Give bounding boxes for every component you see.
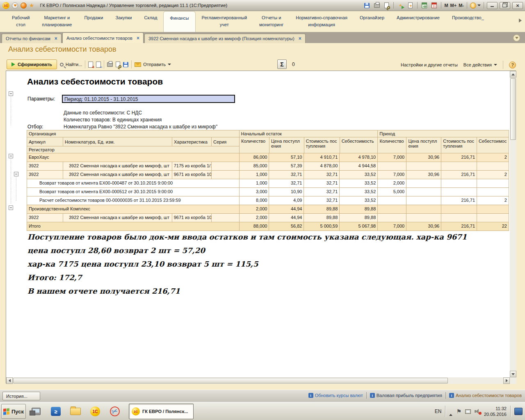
language-indicator[interactable]: EN [435, 409, 442, 414]
close-tab-icon[interactable]: × [55, 36, 57, 41]
section-tab[interactable]: Маркетинг и планирование [36, 11, 78, 32]
status-link[interactable]: iВаловая прибыль предприятия [370, 393, 442, 398]
section-tab[interactable]: Продажи [78, 11, 109, 32]
scroll-down-button[interactable] [510, 371, 516, 377]
section-tab[interactable]: Финансы [163, 11, 195, 32]
tray-clock[interactable]: 11:32 20.05.2016 [484, 406, 507, 417]
column-header: Артикул [27, 137, 63, 146]
send-button[interactable]: Отправить [135, 62, 171, 67]
column-header: Себестоимос [477, 137, 509, 153]
table-header-row: АртикулНоменклатура, Ед. изм.Характерист… [27, 137, 509, 153]
close-button[interactable] [512, 2, 523, 9]
show-desktop-button[interactable] [514, 408, 523, 415]
network-icon[interactable] [465, 409, 471, 414]
print-button[interactable] [373, 2, 381, 9]
quicklaunch-system-icon[interactable] [29, 405, 43, 418]
info-icon: i [308, 393, 313, 398]
autosum-button[interactable]: Σ [277, 59, 287, 69]
table-cell: Производственный Комплекс [27, 205, 240, 214]
find-button[interactable]: Найти... [60, 62, 82, 67]
window-titlebar: 1С ★ ГК ЕВРО / Полянская Надежда / Управ… [0, 0, 525, 11]
quicklaunch-snipping-icon[interactable]: ✂ [107, 405, 122, 418]
calculator-button[interactable] [420, 2, 428, 9]
main-menu-button[interactable] [12, 2, 18, 9]
table-cell: 2 [477, 171, 509, 179]
section-tab[interactable]: Рабочий стол [6, 11, 36, 32]
column-header: Количество [378, 137, 406, 153]
table-cell [212, 162, 240, 171]
history-button[interactable]: История... [2, 392, 40, 400]
scroll-up-button[interactable] [510, 71, 516, 78]
settings-reports-link[interactable]: Настройки и другие отчеты [401, 62, 458, 67]
save-report-button[interactable] [123, 62, 128, 67]
document-tab[interactable]: 3922 Сменная насадка к швабре из микроф … [144, 34, 306, 43]
save-button[interactable] [363, 2, 371, 9]
section-tab[interactable]: Администрирование [390, 11, 446, 32]
expand-icon [88, 62, 93, 68]
close-tab-icon[interactable]: × [299, 36, 301, 41]
print-preview-button[interactable] [383, 2, 390, 9]
start-button[interactable]: Пуск [1, 404, 26, 419]
document-tabs-bar: Отчеты по финансам×Анализ себестоимости … [0, 32, 525, 43]
collapse-groups-button[interactable] [96, 62, 101, 68]
goto-favorites-button[interactable]: ★ [397, 2, 404, 9]
collapse-panel-button[interactable] [513, 34, 520, 41]
quicklaunch-explorer-icon[interactable] [68, 405, 83, 418]
table-cell: 32,71 [304, 179, 340, 188]
scroll-left-button[interactable] [6, 377, 13, 384]
section-tab[interactable]: Отчеты и мониторинг [253, 11, 290, 32]
info-dropdown[interactable]: i [470, 2, 481, 9]
section-tab[interactable]: Производство_ [446, 11, 490, 32]
section-tab[interactable]: Закупки [109, 11, 138, 32]
period-parameter-cell[interactable]: Период: 01.10.2015 - 31.10.2015 [62, 95, 235, 103]
volume-muted-icon[interactable] [475, 409, 480, 414]
table-row: 39223922 Сменная насадка к швабре из мик… [27, 214, 509, 222]
action-center-flag-icon[interactable]: ⚑ [456, 408, 461, 415]
tree-collapse-box[interactable] [14, 172, 18, 176]
memory-m-plus-button[interactable]: M+ [450, 3, 457, 8]
horizontal-scroll-thumb[interactable] [13, 378, 448, 383]
expand-groups-button[interactable] [88, 62, 93, 68]
document-tab[interactable]: Анализ себестоимости товаров× [62, 32, 144, 43]
1c-egg-icon: 1С [132, 407, 140, 415]
print-report-button[interactable] [107, 62, 113, 67]
add-favorite-button[interactable]: ★ [406, 2, 414, 9]
orange-ball-icon[interactable] [21, 2, 27, 9]
quicklaunch-powershell-icon[interactable]: ≥ [48, 405, 63, 418]
preview-report-button[interactable] [116, 62, 120, 67]
tree-collapse-box[interactable] [9, 154, 13, 158]
all-actions-button[interactable]: Все действия [463, 62, 497, 67]
close-tab-icon[interactable]: × [137, 35, 139, 41]
quicklaunch-1c-icon[interactable]: 1С [88, 405, 103, 418]
generate-button[interactable]: Сформировать [7, 59, 57, 69]
section-tab[interactable]: Нормативно-справочная информация [290, 11, 354, 32]
section-tab[interactable]: Регламентированный учет [196, 11, 253, 32]
table-cell: 10,90 [269, 188, 304, 196]
tree-collapse-box[interactable] [9, 91, 13, 96]
find-label: Найти... [66, 62, 82, 67]
minimize-button[interactable] [487, 2, 498, 9]
show-hidden-icons-button[interactable] [449, 409, 452, 414]
section-tab[interactable]: Склад [138, 11, 164, 32]
chevron-down-icon [477, 5, 481, 6]
status-link[interactable]: iОбновить курсы валют [308, 393, 363, 398]
table-cell: 44,94 [269, 205, 304, 214]
document-tab[interactable]: Отчеты по финансам× [2, 34, 62, 43]
params-label: Параметры: [27, 96, 55, 102]
tree-collapse-box[interactable] [9, 205, 13, 210]
status-link[interactable]: iАнализ себестоимости товаров [449, 393, 522, 398]
help-button[interactable]: ? [509, 62, 516, 68]
app-1c-icon[interactable]: 1С [2, 2, 9, 9]
sections-scroll-right-icon[interactable] [519, 18, 522, 23]
table-cell: 216,71 [441, 171, 477, 179]
restore-button[interactable] [500, 2, 510, 9]
section-tab[interactable]: Органайзер [354, 11, 390, 32]
memory-m-button[interactable]: M [444, 3, 448, 8]
table-cell: 3922 [27, 171, 63, 179]
calendar-button[interactable]: 31 [430, 2, 438, 9]
favorites-star-icon[interactable]: ★ [29, 2, 34, 8]
memory-m-minus-button[interactable]: M- [459, 3, 464, 8]
scroll-right-button[interactable] [503, 377, 510, 384]
vertical-scroll-thumb[interactable] [510, 78, 516, 140]
active-task-button[interactable]: 1С ГК ЕВРО / Полянск... [129, 404, 194, 419]
